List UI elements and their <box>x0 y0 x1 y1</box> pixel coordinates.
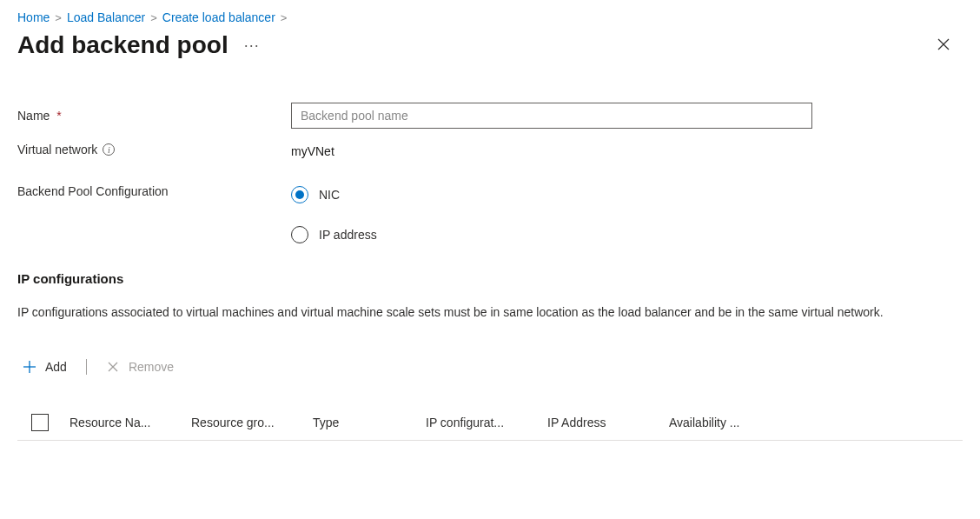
section-description: IP configurations associated to virtual … <box>17 303 956 322</box>
name-label: Name <box>17 109 50 123</box>
radio-icon <box>291 226 308 243</box>
config-radio-group: NIC IP address <box>291 184 812 243</box>
radio-icon <box>291 186 308 203</box>
chevron-right-icon: > <box>55 11 62 24</box>
table-header: Resource Na... Resource gro... Type IP c… <box>17 405 963 441</box>
column-ip-config[interactable]: IP configurat... <box>426 416 547 429</box>
breadcrumb-create-lb[interactable]: Create load balancer <box>162 10 275 24</box>
breadcrumb-home[interactable]: Home <box>17 10 50 24</box>
page-title: Add backend pool <box>17 31 228 59</box>
config-label: Backend Pool Configuration <box>17 184 169 198</box>
breadcrumb-load-balancer[interactable]: Load Balancer <box>67 10 145 24</box>
column-resource-group[interactable]: Resource gro... <box>191 416 313 429</box>
vnet-field-row: Virtual network i myVNet <box>17 141 963 158</box>
add-button-label: Add <box>45 360 67 374</box>
radio-nic-label: NIC <box>319 188 340 202</box>
column-ip-address[interactable]: IP Address <box>547 416 669 429</box>
close-button[interactable] <box>931 32 956 59</box>
section-title: IP configurations <box>17 271 963 286</box>
column-type[interactable]: Type <box>313 416 426 429</box>
remove-button[interactable]: Remove <box>101 356 179 377</box>
config-field-row: Backend Pool Configuration NIC IP addres… <box>17 184 963 243</box>
vnet-label: Virtual network <box>17 143 97 156</box>
more-options-button[interactable]: ··· <box>241 33 263 58</box>
radio-ip-label: IP address <box>319 228 377 242</box>
close-icon <box>106 360 120 374</box>
column-resource-name[interactable]: Resource Na... <box>70 416 191 429</box>
breadcrumb: Home > Load Balancer > Create load balan… <box>17 10 963 24</box>
close-icon <box>937 37 950 51</box>
chevron-right-icon: > <box>281 11 288 24</box>
column-availability[interactable]: Availability ... <box>669 416 791 429</box>
chevron-right-icon: > <box>150 11 157 24</box>
remove-button-label: Remove <box>129 360 174 374</box>
info-icon[interactable]: i <box>103 143 115 156</box>
toolbar-separator <box>86 359 87 375</box>
vnet-value: myVNet <box>291 141 812 158</box>
name-field-row: Name * <box>17 103 963 129</box>
radio-ip[interactable]: IP address <box>291 226 812 243</box>
required-indicator: * <box>56 109 61 123</box>
select-all-checkbox[interactable] <box>31 414 49 431</box>
plus-icon <box>23 360 36 374</box>
name-input[interactable] <box>291 103 812 129</box>
table-toolbar: Add Remove <box>17 356 963 377</box>
add-button[interactable]: Add <box>17 356 72 377</box>
radio-nic[interactable]: NIC <box>291 186 812 203</box>
page-header: Add backend pool ··· <box>17 31 963 59</box>
